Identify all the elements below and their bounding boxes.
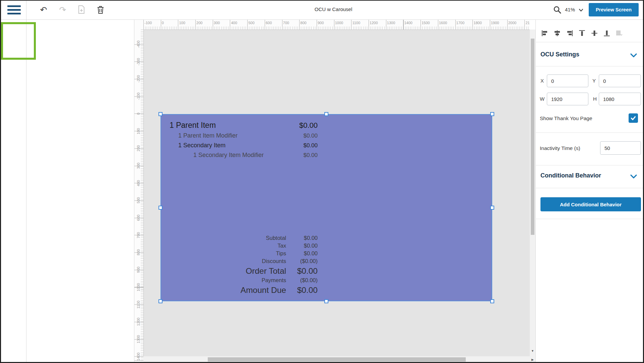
selection-handle[interactable] bbox=[490, 112, 494, 116]
divider bbox=[535, 133, 644, 133]
ocu-editor-window: -100010020030040050060070080090010001100… bbox=[0, 0, 644, 363]
ruler-label: 1400 bbox=[404, 21, 412, 25]
order-totals-list: Subtotal$0.00Tax$0.00Tips$0.00Discounts(… bbox=[170, 234, 318, 296]
ruler-label: 1900 bbox=[491, 21, 499, 25]
ruler-label: 2100 bbox=[525, 21, 530, 25]
order-item-row: 1 Parent Item$0.00 bbox=[170, 120, 318, 131]
vertical-ruler: -400-300-200-100010020030040050060070080… bbox=[134, 30, 144, 363]
ruler-label: -300 bbox=[136, 58, 140, 65]
order-item-row: 1 Parent Item Modifier$0.00 bbox=[170, 131, 318, 141]
selection-handle[interactable] bbox=[490, 206, 494, 210]
redo-button[interactable]: ↷ bbox=[58, 5, 68, 15]
ruler-label: -200 bbox=[136, 75, 140, 83]
horizontal-scrollbar-thumb[interactable] bbox=[208, 357, 466, 362]
preview-screen-button[interactable]: Preview Screen bbox=[589, 3, 639, 16]
ruler-label: 1200 bbox=[370, 21, 378, 25]
ruler-label: 1300 bbox=[136, 335, 140, 343]
order-total-row: Payments($0.00) bbox=[170, 276, 318, 284]
conditional-behavior-header[interactable]: Conditional Behavior bbox=[540, 172, 601, 179]
align-right-icon[interactable] bbox=[566, 30, 573, 37]
order-total-row: Discounts($0.00) bbox=[170, 257, 318, 265]
inactivity-time-input[interactable] bbox=[600, 141, 641, 155]
ruler-label: -400 bbox=[136, 41, 140, 48]
ruler-label: 1300 bbox=[387, 21, 395, 25]
ruler-label: 900 bbox=[318, 21, 324, 25]
selection-handle[interactable] bbox=[158, 206, 163, 210]
ruler-label: -100 bbox=[144, 21, 152, 25]
selection-handle[interactable] bbox=[324, 299, 328, 303]
ruler-label: 1500 bbox=[422, 21, 430, 25]
ruler-label: 100 bbox=[179, 21, 185, 25]
ruler-label: 400 bbox=[136, 180, 140, 186]
selection-handle[interactable] bbox=[490, 299, 494, 303]
order-total-row: Tips$0.00 bbox=[170, 250, 318, 257]
selection-handle[interactable] bbox=[158, 299, 163, 303]
zoom-dropdown-chevron-icon[interactable] bbox=[578, 7, 584, 14]
ocu-settings-collapse-chevron-icon[interactable] bbox=[630, 52, 637, 60]
distribute-menu-icon[interactable] bbox=[616, 30, 623, 37]
y-field-input[interactable] bbox=[599, 74, 641, 87]
h-field-input[interactable] bbox=[599, 93, 641, 105]
main-menu-button[interactable] bbox=[0, 0, 26, 19]
w-field-label: W bbox=[540, 96, 544, 102]
w-field-input[interactable] bbox=[547, 93, 588, 105]
ruler-label: 800 bbox=[136, 249, 140, 255]
divider bbox=[535, 219, 644, 219]
ruler-label: 500 bbox=[248, 21, 254, 25]
zoom-level-value[interactable]: 41% bbox=[565, 7, 575, 12]
vertical-scrollbar-thumb[interactable] bbox=[531, 39, 534, 235]
ruler-label: 400 bbox=[231, 21, 237, 25]
ocu-settings-header[interactable]: OCU Settings bbox=[540, 51, 579, 58]
ruler-label: 1600 bbox=[439, 21, 447, 25]
align-center-vertical-icon[interactable] bbox=[591, 30, 598, 37]
ruler-label: 900 bbox=[136, 267, 140, 273]
new-page-icon[interactable] bbox=[76, 5, 86, 15]
h-field-label: H bbox=[593, 96, 597, 102]
ruler-label: 200 bbox=[136, 145, 140, 151]
ruler-label: 700 bbox=[283, 21, 289, 25]
zoom-search-icon[interactable] bbox=[552, 5, 562, 15]
ruler-label: 1100 bbox=[136, 301, 140, 309]
selection-handle[interactable] bbox=[324, 112, 328, 116]
ruler-label: 100 bbox=[136, 128, 140, 134]
ruler-label: 2000 bbox=[508, 21, 516, 25]
scroll-down-arrow-icon[interactable]: ▼ bbox=[530, 348, 535, 354]
divider bbox=[535, 165, 644, 165]
divider bbox=[535, 188, 644, 188]
ruler-label: 0 bbox=[136, 113, 140, 115]
align-center-horizontal-icon[interactable] bbox=[554, 30, 561, 37]
tool-sidebar bbox=[0, 19, 26, 363]
order-item-row: 1 Secondary Item$0.00 bbox=[170, 141, 318, 150]
undo-button[interactable]: ↶ bbox=[39, 5, 49, 15]
x-field-input[interactable] bbox=[547, 74, 588, 87]
ruler-label: 1400 bbox=[136, 352, 140, 360]
align-left-icon[interactable] bbox=[541, 30, 549, 37]
show-thank-you-checkbox[interactable] bbox=[629, 113, 638, 123]
order-items-list: 1 Parent Item$0.001 Parent Item Modifier… bbox=[170, 120, 318, 160]
selection-handle[interactable] bbox=[158, 112, 163, 116]
align-bottom-icon[interactable] bbox=[603, 30, 610, 37]
settings-panel bbox=[535, 19, 644, 363]
ruler-label: 200 bbox=[196, 21, 202, 25]
ruler-label: 500 bbox=[136, 197, 140, 203]
align-top-icon[interactable] bbox=[578, 30, 586, 37]
order-confirmation-artboard[interactable]: 1 Parent Item$0.001 Parent Item Modifier… bbox=[160, 114, 492, 301]
ruler-label: 1000 bbox=[136, 283, 140, 291]
order-item-row: 1 Secondary Item Modifier$0.00 bbox=[170, 150, 318, 160]
ruler-label: 800 bbox=[300, 21, 306, 25]
ruler-label: 1800 bbox=[473, 21, 481, 25]
delete-trash-button[interactable] bbox=[95, 5, 106, 15]
order-total-row: Amount Due$0.00 bbox=[170, 285, 318, 296]
order-total-row: Order Total$0.00 bbox=[170, 266, 318, 276]
vertical-scrollbar[interactable]: ▼ bbox=[530, 30, 535, 356]
ruler-label: 600 bbox=[136, 215, 140, 221]
layers-panel bbox=[26, 19, 134, 363]
ruler-corner bbox=[134, 19, 143, 30]
add-conditional-behavior-button[interactable]: Add Conditional Behavior bbox=[540, 197, 641, 211]
conditional-behavior-collapse-chevron-icon[interactable] bbox=[630, 173, 637, 181]
ruler-label: 1100 bbox=[352, 21, 360, 25]
order-total-row: Subtotal$0.00 bbox=[170, 234, 318, 242]
ruler-label: 600 bbox=[266, 21, 272, 25]
show-thank-you-label: Show Thank You Page bbox=[540, 115, 592, 121]
divider bbox=[535, 66, 644, 66]
